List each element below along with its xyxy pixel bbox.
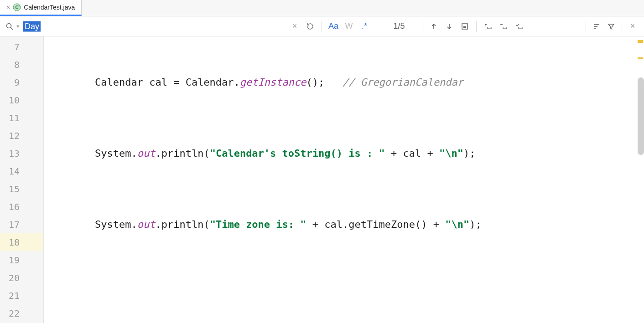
- separator: [622, 21, 622, 32]
- search-history-icon[interactable]: [303, 20, 317, 33]
- svg-text:C: C: [16, 5, 19, 10]
- filter-list-icon[interactable]: [590, 20, 603, 33]
- overview-ruler[interactable]: [636, 36, 644, 323]
- line-number: 21: [0, 287, 43, 304]
- separator: [322, 21, 322, 32]
- separator: [422, 21, 422, 32]
- find-input[interactable]: [21, 20, 277, 33]
- line-number-gutter: 78910111213141516171819202122: [0, 36, 44, 323]
- select-all-occurrences-icon[interactable]: [458, 20, 472, 33]
- match-count: 1/5: [381, 21, 417, 31]
- line-number: 15: [0, 180, 43, 198]
- code-line: System.out.println("Time zone is: " + ca…: [47, 215, 644, 233]
- filter-funnel-icon[interactable]: [604, 20, 618, 33]
- svg-point-2: [7, 23, 11, 28]
- remove-selection-icon[interactable]: [497, 20, 510, 33]
- separator: [476, 21, 477, 32]
- ruler-marker-warning: [638, 57, 643, 59]
- separator: [376, 21, 376, 32]
- next-match-button[interactable]: [442, 20, 456, 33]
- code-line: System.out.println("Calendar's toString(…: [47, 144, 644, 162]
- prev-match-button[interactable]: [427, 20, 441, 33]
- code-area[interactable]: Calendar cal = Calendar.getInstance(); /…: [44, 36, 644, 323]
- add-selection-icon[interactable]: [481, 20, 495, 33]
- line-number: 14: [0, 162, 43, 180]
- svg-rect-5: [463, 26, 466, 28]
- line-number: 17: [0, 215, 43, 233]
- close-tab-icon[interactable]: ×: [6, 4, 10, 10]
- whole-word-toggle[interactable]: W: [342, 20, 356, 33]
- java-class-icon: C: [13, 3, 21, 11]
- line-number: 9: [0, 73, 43, 91]
- separator: [586, 21, 586, 32]
- clear-search-button[interactable]: ×: [288, 20, 301, 33]
- line-number: 19: [0, 251, 43, 269]
- file-tab-label: CalendarTest.java: [24, 4, 75, 11]
- search-icon: [5, 22, 15, 31]
- svg-line-3: [11, 27, 13, 30]
- line-number: 18: [0, 233, 43, 251]
- find-toolbar: ▾ Day × Aa W .* 1/5 ×: [0, 16, 644, 36]
- ruler-marker-warning: [638, 40, 643, 43]
- scrollbar-thumb[interactable]: [638, 77, 644, 155]
- editor-tabbar: × C CalendarTest.java: [0, 0, 644, 16]
- line-number: 12: [0, 127, 43, 144]
- file-tab[interactable]: × C CalendarTest.java: [0, 0, 82, 16]
- line-number: 22: [0, 304, 43, 322]
- line-number: 11: [0, 109, 43, 127]
- line-number: 7: [0, 38, 43, 56]
- match-case-toggle[interactable]: Aa: [327, 20, 340, 33]
- code-line: Calendar cal = Calendar.getInstance(); /…: [47, 73, 644, 91]
- line-number: 8: [0, 56, 43, 73]
- regex-toggle[interactable]: .*: [358, 20, 371, 33]
- close-findbar-button[interactable]: ×: [626, 20, 639, 33]
- line-number: 10: [0, 91, 43, 109]
- line-number: 13: [0, 144, 43, 162]
- line-number: 20: [0, 269, 43, 287]
- code-line: [47, 287, 644, 304]
- select-all-icon[interactable]: [512, 20, 526, 33]
- line-number: 16: [0, 198, 43, 215]
